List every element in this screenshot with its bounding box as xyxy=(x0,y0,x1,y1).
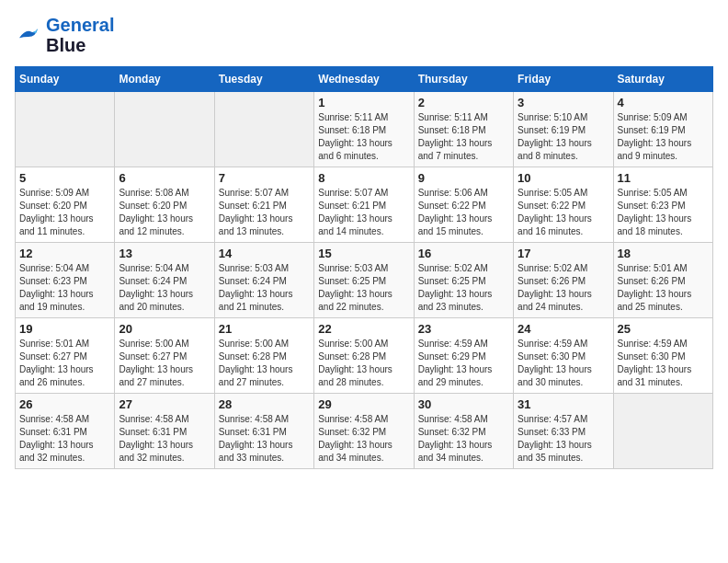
calendar-cell: 23Sunrise: 4:59 AM Sunset: 6:29 PM Dayli… xyxy=(414,318,513,394)
day-info: Sunrise: 4:59 AM Sunset: 6:30 PM Dayligh… xyxy=(518,338,609,389)
day-info: Sunrise: 4:58 AM Sunset: 6:31 PM Dayligh… xyxy=(119,413,210,465)
calendar-cell: 22Sunrise: 5:00 AM Sunset: 6:28 PM Dayli… xyxy=(314,318,414,394)
calendar-cell: 25Sunrise: 4:59 AM Sunset: 6:30 PM Dayli… xyxy=(613,318,712,394)
day-info: Sunrise: 5:05 AM Sunset: 6:22 PM Dayligh… xyxy=(518,187,609,238)
day-number: 10 xyxy=(518,171,609,185)
calendar-cell: 19Sunrise: 5:01 AM Sunset: 6:27 PM Dayli… xyxy=(16,318,115,394)
weekday-header-monday: Monday xyxy=(115,67,214,92)
day-number: 29 xyxy=(318,397,409,411)
calendar-cell: 7Sunrise: 5:07 AM Sunset: 6:21 PM Daylig… xyxy=(214,167,313,243)
day-number: 3 xyxy=(518,96,609,109)
calendar-week-row: 12Sunrise: 5:04 AM Sunset: 6:23 PM Dayli… xyxy=(16,243,713,318)
day-info: Sunrise: 4:58 AM Sunset: 6:31 PM Dayligh… xyxy=(19,413,110,465)
day-number: 13 xyxy=(119,247,210,260)
day-number: 4 xyxy=(618,96,709,109)
day-number: 19 xyxy=(19,322,110,336)
day-number: 6 xyxy=(119,171,210,185)
day-number: 12 xyxy=(19,247,110,260)
calendar-cell: 4Sunrise: 5:09 AM Sunset: 6:19 PM Daylig… xyxy=(613,92,712,167)
calendar-cell: 5Sunrise: 5:09 AM Sunset: 6:20 PM Daylig… xyxy=(16,167,115,243)
day-number: 25 xyxy=(618,322,709,336)
day-info: Sunrise: 5:10 AM Sunset: 6:19 PM Dayligh… xyxy=(518,111,609,163)
day-number: 26 xyxy=(19,397,110,411)
calendar-cell: 31Sunrise: 4:57 AM Sunset: 6:33 PM Dayli… xyxy=(514,394,613,469)
calendar-week-row: 1Sunrise: 5:11 AM Sunset: 6:18 PM Daylig… xyxy=(16,92,713,167)
calendar-cell: 16Sunrise: 5:02 AM Sunset: 6:25 PM Dayli… xyxy=(414,243,513,318)
day-info: Sunrise: 4:58 AM Sunset: 6:32 PM Dayligh… xyxy=(318,413,409,465)
calendar-cell: 14Sunrise: 5:03 AM Sunset: 6:24 PM Dayli… xyxy=(214,243,313,318)
weekday-header-sunday: Sunday xyxy=(16,67,115,92)
calendar-cell: 6Sunrise: 5:08 AM Sunset: 6:20 PM Daylig… xyxy=(115,167,214,243)
weekday-header-tuesday: Tuesday xyxy=(214,67,313,92)
calendar-cell: 12Sunrise: 5:04 AM Sunset: 6:23 PM Dayli… xyxy=(16,243,115,318)
calendar-cell xyxy=(613,394,712,469)
day-info: Sunrise: 5:01 AM Sunset: 6:26 PM Dayligh… xyxy=(618,262,709,314)
calendar-cell xyxy=(115,92,214,167)
calendar-cell: 24Sunrise: 4:59 AM Sunset: 6:30 PM Dayli… xyxy=(514,318,613,394)
calendar-cell: 21Sunrise: 5:00 AM Sunset: 6:28 PM Dayli… xyxy=(214,318,313,394)
day-number: 16 xyxy=(418,247,509,260)
day-info: Sunrise: 5:11 AM Sunset: 6:18 PM Dayligh… xyxy=(318,111,409,163)
day-info: Sunrise: 4:58 AM Sunset: 6:31 PM Dayligh… xyxy=(219,413,310,465)
calendar-header: SundayMondayTuesdayWednesdayThursdayFrid… xyxy=(16,67,713,92)
weekday-header-row: SundayMondayTuesdayWednesdayThursdayFrid… xyxy=(16,67,713,92)
calendar-body: 1Sunrise: 5:11 AM Sunset: 6:18 PM Daylig… xyxy=(16,92,713,469)
calendar-cell: 27Sunrise: 4:58 AM Sunset: 6:31 PM Dayli… xyxy=(115,394,214,469)
calendar-cell: 29Sunrise: 4:58 AM Sunset: 6:32 PM Dayli… xyxy=(314,394,414,469)
calendar-cell: 20Sunrise: 5:00 AM Sunset: 6:27 PM Dayli… xyxy=(115,318,214,394)
day-info: Sunrise: 5:11 AM Sunset: 6:18 PM Dayligh… xyxy=(418,111,509,163)
day-number: 2 xyxy=(418,96,509,109)
calendar-week-row: 19Sunrise: 5:01 AM Sunset: 6:27 PM Dayli… xyxy=(16,318,713,394)
calendar-cell: 1Sunrise: 5:11 AM Sunset: 6:18 PM Daylig… xyxy=(314,92,414,167)
day-info: Sunrise: 5:00 AM Sunset: 6:27 PM Dayligh… xyxy=(119,338,210,389)
calendar-cell: 10Sunrise: 5:05 AM Sunset: 6:22 PM Dayli… xyxy=(514,167,613,243)
calendar-cell xyxy=(214,92,313,167)
day-number: 17 xyxy=(518,247,609,260)
day-info: Sunrise: 5:00 AM Sunset: 6:28 PM Dayligh… xyxy=(318,338,409,389)
day-number: 21 xyxy=(219,322,310,336)
calendar-cell: 8Sunrise: 5:07 AM Sunset: 6:21 PM Daylig… xyxy=(314,167,414,243)
day-info: Sunrise: 4:59 AM Sunset: 6:30 PM Dayligh… xyxy=(618,338,709,389)
day-number: 14 xyxy=(219,247,310,260)
page-header: General Blue xyxy=(15,15,713,55)
day-number: 20 xyxy=(119,322,210,336)
calendar-cell: 2Sunrise: 5:11 AM Sunset: 6:18 PM Daylig… xyxy=(414,92,513,167)
weekday-header-wednesday: Wednesday xyxy=(314,67,414,92)
calendar-cell: 30Sunrise: 4:58 AM Sunset: 6:32 PM Dayli… xyxy=(414,394,513,469)
day-info: Sunrise: 4:57 AM Sunset: 6:33 PM Dayligh… xyxy=(518,413,609,465)
day-number: 22 xyxy=(318,322,409,336)
day-info: Sunrise: 5:09 AM Sunset: 6:20 PM Dayligh… xyxy=(19,187,110,238)
day-info: Sunrise: 5:04 AM Sunset: 6:23 PM Dayligh… xyxy=(19,262,110,314)
calendar-cell: 15Sunrise: 5:03 AM Sunset: 6:25 PM Dayli… xyxy=(314,243,414,318)
logo-text: General Blue xyxy=(46,15,114,55)
day-info: Sunrise: 4:59 AM Sunset: 6:29 PM Dayligh… xyxy=(418,338,509,389)
day-number: 15 xyxy=(318,247,409,260)
day-number: 23 xyxy=(418,322,509,336)
day-info: Sunrise: 5:09 AM Sunset: 6:19 PM Dayligh… xyxy=(618,111,709,163)
day-info: Sunrise: 5:00 AM Sunset: 6:28 PM Dayligh… xyxy=(219,338,310,389)
calendar-cell: 13Sunrise: 5:04 AM Sunset: 6:24 PM Dayli… xyxy=(115,243,214,318)
day-info: Sunrise: 5:02 AM Sunset: 6:26 PM Dayligh… xyxy=(518,262,609,314)
calendar-week-row: 26Sunrise: 4:58 AM Sunset: 6:31 PM Dayli… xyxy=(16,394,713,469)
calendar-cell: 17Sunrise: 5:02 AM Sunset: 6:26 PM Dayli… xyxy=(514,243,613,318)
weekday-header-saturday: Saturday xyxy=(613,67,712,92)
day-info: Sunrise: 5:06 AM Sunset: 6:22 PM Dayligh… xyxy=(418,187,509,238)
day-info: Sunrise: 5:05 AM Sunset: 6:23 PM Dayligh… xyxy=(618,187,709,238)
day-info: Sunrise: 5:02 AM Sunset: 6:25 PM Dayligh… xyxy=(418,262,509,314)
calendar-cell: 3Sunrise: 5:10 AM Sunset: 6:19 PM Daylig… xyxy=(514,92,613,167)
day-number: 8 xyxy=(318,171,409,185)
weekday-header-thursday: Thursday xyxy=(414,67,513,92)
weekday-header-friday: Friday xyxy=(514,67,613,92)
day-number: 1 xyxy=(318,96,409,109)
calendar-cell xyxy=(16,92,115,167)
day-info: Sunrise: 5:04 AM Sunset: 6:24 PM Dayligh… xyxy=(119,262,210,314)
day-number: 7 xyxy=(219,171,310,185)
day-number: 18 xyxy=(618,247,709,260)
day-info: Sunrise: 5:03 AM Sunset: 6:25 PM Dayligh… xyxy=(318,262,409,314)
day-info: Sunrise: 5:07 AM Sunset: 6:21 PM Dayligh… xyxy=(219,187,310,238)
day-number: 11 xyxy=(618,171,709,185)
calendar-cell: 18Sunrise: 5:01 AM Sunset: 6:26 PM Dayli… xyxy=(613,243,712,318)
day-info: Sunrise: 5:07 AM Sunset: 6:21 PM Dayligh… xyxy=(318,187,409,238)
calendar-cell: 26Sunrise: 4:58 AM Sunset: 6:31 PM Dayli… xyxy=(16,394,115,469)
day-info: Sunrise: 5:03 AM Sunset: 6:24 PM Dayligh… xyxy=(219,262,310,314)
